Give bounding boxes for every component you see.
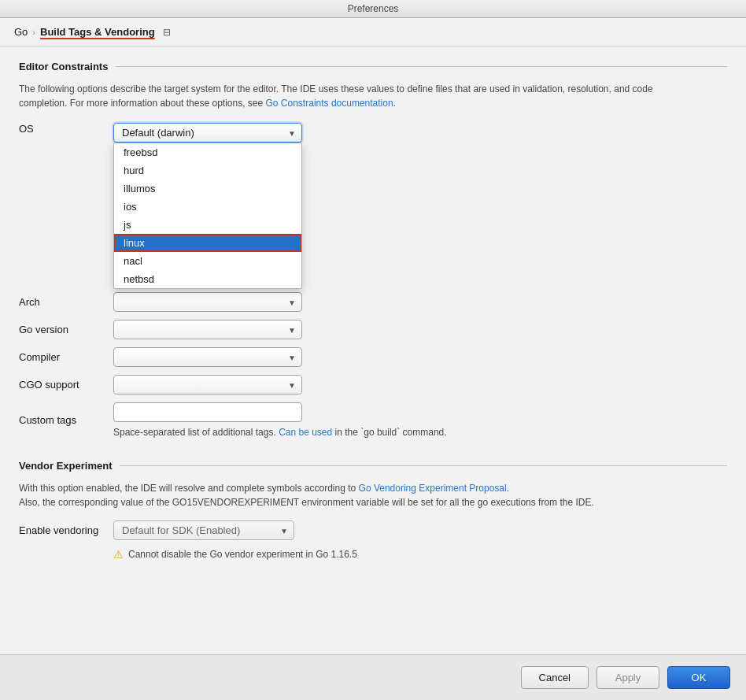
enable-vendoring-dropdown-wrapper[interactable]: Default for SDK (Enabled) ▼ [113, 520, 294, 540]
os-label: OS [19, 123, 113, 135]
breadcrumb-separator: › [32, 28, 35, 37]
go-version-dropdown-wrapper[interactable]: ▼ [113, 320, 302, 339]
os-dropdown-popup: freebsd hurd illumos ios js linux nacl n… [113, 143, 302, 289]
cancel-button[interactable]: Cancel [521, 666, 589, 689]
vendor-section-divider [120, 465, 727, 466]
go-version-label: Go version [19, 324, 113, 335]
breadcrumb-go[interactable]: Go [14, 26, 28, 38]
vendor-description: With this option enabled, the IDE will r… [19, 481, 704, 509]
editor-constraints-title: Editor Constraints [19, 61, 108, 72]
go-vendoring-link[interactable]: Go Vendoring Experiment Proposal [359, 483, 507, 494]
cgo-select[interactable] [113, 375, 302, 394]
main-container: Go › Build Tags & Vendoring ⊟ Editor Con… [0, 18, 746, 700]
custom-tags-input[interactable] [113, 402, 302, 422]
button-bar: Cancel Apply OK [0, 654, 746, 700]
go-version-row: Go version ▼ [19, 320, 727, 339]
custom-tags-desc: Space-separated list of additional tags. [113, 427, 276, 438]
go-version-select[interactable] [113, 320, 302, 339]
compiler-label: Compiler [19, 351, 113, 363]
editor-constraints-header: Editor Constraints [19, 61, 727, 72]
section-divider [116, 66, 727, 67]
arch-dropdown-wrapper[interactable]: ▼ [113, 292, 302, 312]
warning-row: ⚠ Cannot disable the Go vendor experimen… [113, 548, 727, 561]
title-text: Preferences [348, 3, 399, 14]
dropdown-item-netbsd[interactable]: netbsd [114, 270, 301, 288]
go-constraints-link[interactable]: Go Constraints documentation [266, 98, 393, 109]
vendor-experiment-title: Vendor Experiment [19, 460, 112, 472]
enable-vendoring-row: Enable vendoring Default for SDK (Enable… [19, 520, 727, 540]
arch-row: Arch ▼ [19, 292, 727, 312]
apply-button[interactable]: Apply [596, 666, 659, 689]
dropdown-item-linux[interactable]: linux [114, 234, 301, 252]
os-dropdown-wrapper: Default (darwin) ▼ freebsd hurd illumos … [113, 123, 302, 143]
compiler-select[interactable] [113, 347, 302, 367]
cgo-label: CGO support [19, 379, 113, 391]
cgo-row: CGO support ▼ [19, 375, 727, 394]
can-be-used-link[interactable]: Can be used [279, 427, 332, 438]
editor-constraints-section: Editor Constraints The following options… [19, 61, 727, 438]
dropdown-item-nacl[interactable]: nacl [114, 252, 301, 270]
os-dropdown-list: freebsd hurd illumos ios js linux nacl n… [114, 143, 301, 288]
compiler-row: Compiler ▼ [19, 347, 727, 367]
content-area: Editor Constraints The following options… [0, 46, 746, 654]
cgo-dropdown-wrapper[interactable]: ▼ [113, 375, 302, 394]
custom-tags-label: Custom tags [19, 414, 113, 426]
arch-label: Arch [19, 296, 113, 308]
dropdown-item-freebsd[interactable]: freebsd [114, 143, 301, 161]
compiler-dropdown-wrapper[interactable]: ▼ [113, 347, 302, 367]
os-row: OS Default (darwin) ▼ freebsd hurd il [19, 123, 727, 143]
enable-vendoring-label: Enable vendoring [19, 524, 113, 536]
title-bar: Preferences [0, 0, 746, 18]
dropdown-item-ios[interactable]: ios [114, 198, 301, 216]
breadcrumb-current: Build Tags & Vendoring [40, 26, 155, 38]
custom-tags-row: Custom tags Space-separated list of addi… [19, 402, 727, 438]
warning-icon: ⚠ [113, 548, 124, 561]
vendor-experiment-header: Vendor Experiment [19, 460, 727, 472]
os-dropdown-selected[interactable]: Default (darwin) ▼ [113, 123, 302, 143]
arch-select[interactable] [113, 292, 302, 312]
ok-button[interactable]: OK [667, 666, 730, 689]
dropdown-item-js[interactable]: js [114, 216, 301, 234]
enable-vendoring-select[interactable]: Default for SDK (Enabled) [113, 520, 294, 540]
settings-icon: ⊟ [163, 27, 171, 38]
breadcrumb-bar: Go › Build Tags & Vendoring ⊟ [0, 18, 746, 46]
warning-text: Cannot disable the Go vendor experiment … [128, 549, 357, 560]
os-dropdown-arrow: ▼ [288, 128, 296, 137]
vendor-experiment-section: Vendor Experiment With this option enabl… [19, 460, 727, 561]
dropdown-item-illumos[interactable]: illumos [114, 180, 301, 198]
editor-constraints-description: The following options describe the targe… [19, 82, 704, 110]
dropdown-item-hurd[interactable]: hurd [114, 161, 301, 180]
